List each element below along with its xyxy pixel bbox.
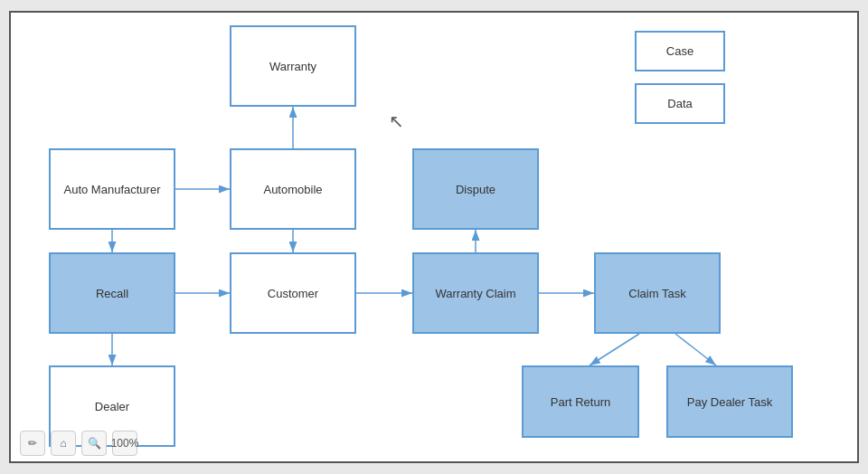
zoom-label-button[interactable]: 100%	[112, 431, 137, 456]
claim-task-node[interactable]: Claim Task	[594, 252, 721, 334]
dispute-node[interactable]: Dispute	[412, 148, 539, 230]
edit-icon: ✏	[28, 437, 37, 450]
dispute-label: Dispute	[456, 183, 495, 196]
case-label: Case	[666, 44, 693, 58]
pay-dealer-task-label: Pay Dealer Task	[687, 395, 772, 409]
customer-node[interactable]: Customer	[230, 252, 356, 334]
svg-line-11	[590, 334, 639, 365]
warranty-node[interactable]: Warranty	[230, 25, 356, 107]
automobile-node[interactable]: Automobile	[230, 148, 356, 230]
toolbar: ✏ ⌂ 🔍 100%	[20, 431, 137, 456]
auto-manufacturer-label: Auto Manufacturer	[64, 183, 161, 196]
warranty-claim-node[interactable]: Warranty Claim	[412, 252, 539, 334]
warranty-claim-label: Warranty Claim	[435, 287, 515, 300]
home-icon: ⌂	[60, 437, 66, 450]
part-return-node[interactable]: Part Return	[522, 365, 639, 438]
customer-label: Customer	[268, 287, 318, 300]
zoom-in-icon: 🔍	[88, 437, 101, 450]
edit-button[interactable]: ✏	[20, 431, 45, 456]
data-label: Data	[667, 97, 692, 110]
case-node[interactable]: Case	[635, 31, 725, 71]
dealer-label: Dealer	[95, 400, 129, 413]
zoom-label: 100%	[111, 437, 139, 450]
zoom-in-button[interactable]: 🔍	[81, 431, 107, 456]
claim-task-label: Claim Task	[628, 287, 685, 300]
svg-line-12	[675, 334, 716, 365]
recall-label: Recall	[96, 287, 128, 300]
auto-manufacturer-node[interactable]: Auto Manufacturer	[49, 148, 175, 230]
part-return-label: Part Return	[551, 395, 610, 409]
diagram-canvas: Warranty Automobile Auto Manufacturer Re…	[9, 11, 859, 463]
data-node[interactable]: Data	[635, 83, 725, 124]
cursor-icon: ↖	[389, 110, 404, 132]
recall-node[interactable]: Recall	[49, 252, 175, 334]
pay-dealer-task-node[interactable]: Pay Dealer Task	[666, 365, 793, 438]
warranty-label: Warranty	[269, 60, 316, 73]
home-button[interactable]: ⌂	[51, 431, 76, 456]
automobile-label: Automobile	[263, 183, 322, 196]
